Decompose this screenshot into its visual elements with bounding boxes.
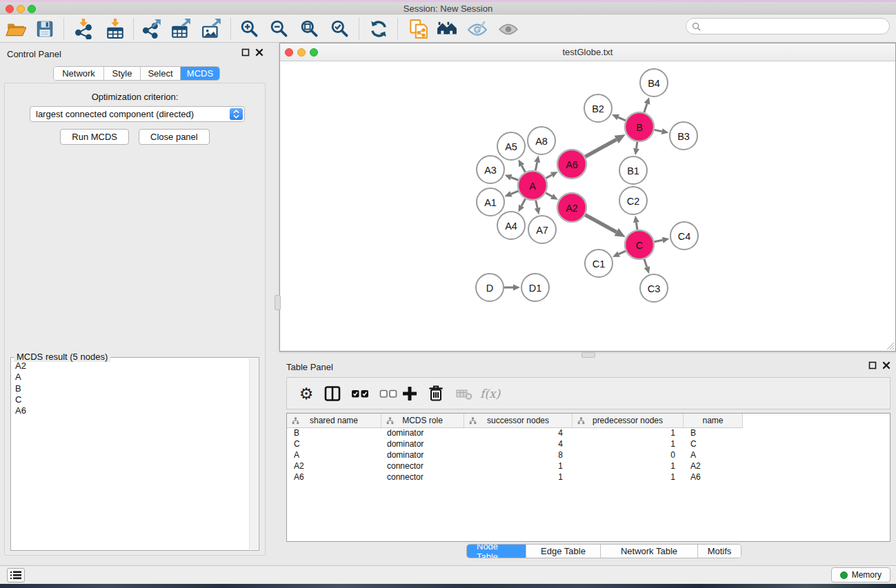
delete-table-icon[interactable] xyxy=(455,384,474,403)
tab-node-table[interactable]: Node Table xyxy=(467,545,526,558)
zoom-out-icon[interactable] xyxy=(269,19,290,39)
tab-select[interactable]: Select xyxy=(141,67,181,80)
result-item[interactable]: A6 xyxy=(12,405,249,416)
search-input[interactable] xyxy=(704,21,889,32)
float-table-panel-icon[interactable] xyxy=(868,361,877,369)
vertical-splitter-handle[interactable] xyxy=(275,295,281,310)
node-A2[interactable]: A2 xyxy=(557,193,586,222)
node-A3[interactable]: A3 xyxy=(477,156,504,183)
result-scrollbar[interactable] xyxy=(249,358,258,549)
zoom-selected-icon[interactable] xyxy=(330,19,350,39)
tab-motifs[interactable]: Motifs xyxy=(698,545,741,558)
show-graphics-details-icon[interactable] xyxy=(498,19,519,39)
criterion-value: largest connected component (directed) xyxy=(36,109,194,119)
float-panel-icon[interactable] xyxy=(241,48,250,57)
import-network-icon[interactable] xyxy=(73,19,94,39)
network-canvas-svg: AA1A2A3A4A5A6A7A8BB1B2B3B4CC1C2C3C4DD1 xyxy=(280,61,895,352)
edge-A-A5 xyxy=(519,159,526,172)
node-A7[interactable]: A7 xyxy=(528,216,556,243)
resize-grip-icon[interactable] xyxy=(886,341,895,350)
close-table-panel-icon[interactable] xyxy=(882,361,890,369)
node-B2[interactable]: B2 xyxy=(584,94,612,122)
table-row[interactable]: A6connector11A6 xyxy=(287,472,890,483)
node-C3[interactable]: C3 xyxy=(640,274,668,302)
node-A4[interactable]: A4 xyxy=(497,212,525,239)
node-A[interactable]: A xyxy=(518,171,547,200)
node-A8[interactable]: A8 xyxy=(528,127,555,154)
search-field[interactable] xyxy=(686,18,890,34)
gear-icon[interactable]: ⚙ xyxy=(297,384,316,403)
node-C1[interactable]: C1 xyxy=(585,250,613,277)
tab-network-table[interactable]: Network Table xyxy=(601,545,698,558)
svg-text:C4: C4 xyxy=(678,231,691,242)
zoom-in-icon[interactable] xyxy=(239,19,260,39)
network-window-titlebar[interactable]: testGlobe.txt xyxy=(280,43,895,61)
function-builder-icon[interactable]: f(x) xyxy=(480,387,500,401)
network-view-window: testGlobe.txt AA1A2A3A4A5A6A7A8BB1B2B3B4… xyxy=(279,43,896,352)
node-B3[interactable]: B3 xyxy=(670,122,697,150)
tab-mcds[interactable]: MCDS xyxy=(181,67,219,80)
select-all-checkboxes-icon[interactable] xyxy=(350,384,370,403)
node-D[interactable]: D xyxy=(476,274,504,301)
close-panel-button[interactable]: Close panel xyxy=(139,129,210,145)
result-item[interactable]: A xyxy=(12,372,249,383)
tab-network[interactable]: Network xyxy=(54,67,104,80)
task-history-button[interactable] xyxy=(7,568,25,582)
node-C2[interactable]: C2 xyxy=(619,187,647,214)
result-item[interactable]: B xyxy=(12,383,249,394)
export-image-icon[interactable] xyxy=(201,19,221,39)
node-D1[interactable]: D1 xyxy=(521,274,549,301)
tab-edge-table[interactable]: Edge Table xyxy=(526,545,601,558)
delete-column-icon[interactable] xyxy=(426,384,446,403)
node-A6[interactable]: A6 xyxy=(557,150,586,179)
zoom-fit-icon[interactable] xyxy=(299,19,320,39)
open-folder-icon[interactable] xyxy=(6,19,26,39)
save-icon[interactable] xyxy=(34,19,55,39)
result-item[interactable]: A2 xyxy=(12,361,249,372)
edge-C-C3 xyxy=(644,259,650,274)
column-header-shared-name[interactable]: shared name xyxy=(287,414,381,428)
clone-network-icon[interactable] xyxy=(408,19,428,39)
node-B1[interactable]: B1 xyxy=(619,156,647,184)
column-header-successor-nodes[interactable]: successor nodes xyxy=(464,414,573,428)
refresh-icon[interactable] xyxy=(368,19,389,39)
close-panel-icon[interactable] xyxy=(255,48,263,57)
memory-button[interactable]: Memory xyxy=(831,567,890,582)
table-cell: dominator xyxy=(381,428,464,439)
column-header-mcds-role[interactable]: MCDS role xyxy=(381,414,464,428)
table-row[interactable]: Adominator80A xyxy=(287,450,890,461)
deselect-all-checkboxes-icon[interactable] xyxy=(379,384,398,403)
app-title: Session: New Session xyxy=(0,3,896,14)
table-cell: 0 xyxy=(573,450,684,461)
export-network-icon[interactable] xyxy=(141,19,162,39)
result-item[interactable]: C xyxy=(12,394,249,405)
run-mcds-button[interactable]: Run MCDS xyxy=(60,129,129,145)
node-table: shared nameMCDS rolesuccessor nodesprede… xyxy=(286,413,890,542)
table-cell: connector xyxy=(381,472,464,483)
hierarchy-icon xyxy=(469,417,477,425)
import-table-icon[interactable] xyxy=(105,19,126,39)
columns-icon[interactable] xyxy=(323,384,342,403)
table-cell: C xyxy=(684,439,743,450)
node-A1[interactable]: A1 xyxy=(477,188,504,216)
node-B4[interactable]: B4 xyxy=(640,69,668,97)
node-C[interactable]: C xyxy=(625,230,654,259)
criterion-select[interactable]: largest connected component (directed) xyxy=(30,106,245,122)
home-icon[interactable] xyxy=(437,19,457,39)
column-header-predecessor-nodes[interactable]: predecessor nodes xyxy=(573,414,684,428)
column-header-name[interactable]: name xyxy=(684,414,743,428)
table-row[interactable]: Cdominator41C xyxy=(287,439,890,450)
hide-graphics-details-icon[interactable] xyxy=(467,19,488,39)
edge-A2-C xyxy=(585,215,626,237)
tab-style[interactable]: Style xyxy=(104,67,141,80)
add-column-icon[interactable] xyxy=(400,384,419,403)
node-C4[interactable]: C4 xyxy=(670,222,698,250)
node-A5[interactable]: A5 xyxy=(497,132,525,160)
table-row[interactable]: A2connector11A2 xyxy=(287,461,890,472)
table-row[interactable]: Bdominator41B xyxy=(287,428,890,439)
network-canvas[interactable]: AA1A2A3A4A5A6A7A8BB1B2B3B4CC1C2C3C4DD1 xyxy=(280,61,895,351)
node-B[interactable]: B xyxy=(625,112,654,141)
edge-B-B4 xyxy=(644,97,650,112)
control-panel: Control Panel NetworkStyleSelectMCDS Opt… xyxy=(0,43,269,564)
export-table-icon[interactable] xyxy=(170,19,191,39)
